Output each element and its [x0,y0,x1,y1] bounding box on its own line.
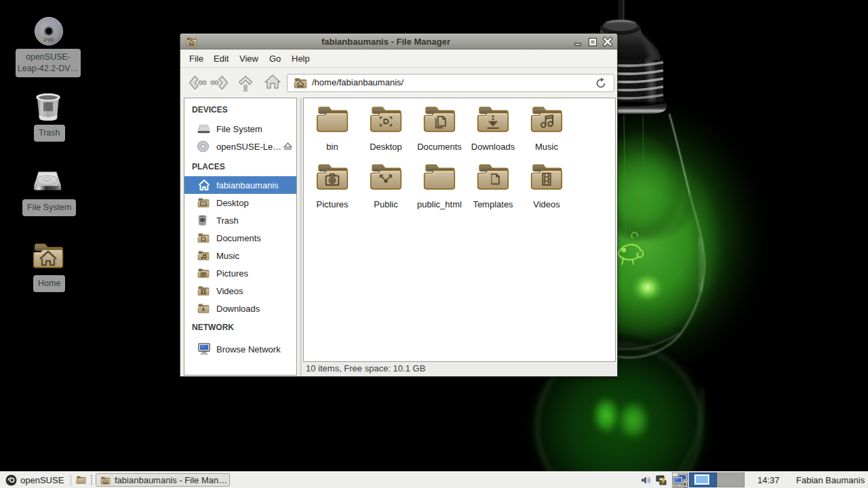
svg-text:DVD: DVD [44,37,54,42]
